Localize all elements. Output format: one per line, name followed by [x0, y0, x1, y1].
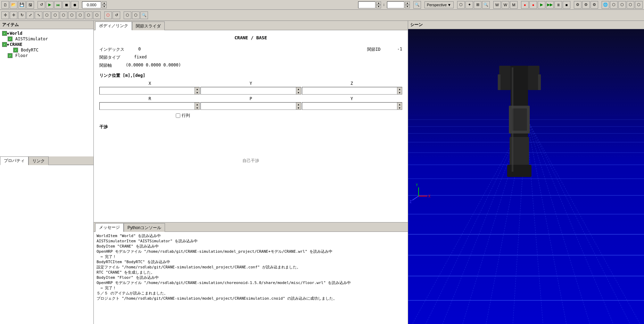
joint-slider-tab[interactable]: 関節スライダ — [132, 22, 165, 30]
matrix-label: 行列 — [182, 113, 190, 119]
tb-extra-19[interactable]: ⬡ — [618, 1, 626, 9]
tb-extra-5[interactable]: W — [493, 1, 501, 9]
tb-extra-16[interactable]: ⚙ — [591, 1, 598, 9]
t2-9[interactable]: ⬡ — [68, 11, 76, 19]
python-console-tab-button[interactable]: Pythonコンソール — [124, 223, 165, 232]
tb-extra-10[interactable]: ▶ — [538, 1, 545, 9]
save-button[interactable]: 💾 — [18, 1, 26, 9]
zoom-button[interactable]: 🔍 — [413, 1, 421, 9]
link-tab-button[interactable]: リンク — [28, 156, 49, 165]
t2-11[interactable]: ⬡ — [85, 11, 92, 19]
t2-redo[interactable]: ↺ — [113, 11, 120, 19]
record-button[interactable]: ⏺ — [71, 1, 79, 9]
tree-check-world[interactable]: ✓ — [2, 31, 7, 36]
pos-x-input[interactable]: 0.0000 — [100, 87, 195, 94]
perspective-button[interactable]: Perspective ▼ — [424, 1, 454, 8]
tree-item-crane[interactable]: ✓ ▼ CRANE — [1, 42, 92, 47]
rot-r-up[interactable]: ▲ — [195, 103, 199, 106]
rot-y-up[interactable]: ▲ — [397, 103, 402, 106]
props-tab-button[interactable]: プロパティ — [0, 156, 28, 165]
message-tab-button[interactable]: メッセージ — [95, 223, 124, 232]
tree-check-bodytc[interactable]: ✓ — [13, 48, 18, 52]
tb-extra-9[interactable]: ● — [529, 1, 537, 9]
rot-r-down[interactable]: ▼ — [195, 106, 199, 110]
tb-extra-18[interactable]: ⬡ — [610, 1, 618, 9]
saveas-button[interactable]: 🖫 — [26, 1, 34, 9]
item-panel-label: アイテム — [2, 22, 19, 27]
rot-r-input[interactable]: 0.0 — [100, 103, 195, 110]
tb-extra-13[interactable]: ■ — [563, 1, 570, 9]
coord-x-up[interactable]: ▲ — [376, 1, 381, 5]
tb-extra-12[interactable]: ⏸ — [554, 1, 562, 9]
pos-z-input[interactable]: 0.0000 — [302, 87, 397, 94]
coord-y-down[interactable]: ▼ — [405, 5, 410, 8]
tb-extra-17[interactable]: 🌐 — [602, 1, 609, 9]
tb-extra-21[interactable]: ⬡ — [635, 1, 643, 9]
step-play-button[interactable]: ⏭ — [54, 1, 62, 9]
rotate-tool-button[interactable]: ↻ — [18, 11, 26, 19]
tb-extra-15[interactable]: ⚙ — [582, 1, 590, 9]
col-r-header: R — [99, 96, 200, 102]
pos-y-down[interactable]: ▼ — [296, 91, 301, 94]
pos-y-up[interactable]: ▲ — [296, 87, 301, 91]
tb-extra-20[interactable]: ⬡ — [627, 1, 634, 9]
tb-extra-3[interactable]: ⊞ — [474, 1, 481, 9]
time-input[interactable]: 0.000 — [82, 1, 101, 8]
item-tree-area[interactable]: ✓ ▼ World ✓ AISTSimulator ✓ ▼ CRANE — [0, 29, 93, 156]
tb-extra-14[interactable]: ⚙ — [574, 1, 581, 9]
t2-8[interactable]: ⬡ — [60, 11, 67, 19]
rot-p-down[interactable]: ▼ — [296, 106, 301, 110]
t2-5[interactable]: ⤡ — [35, 11, 42, 19]
tree-check-crane[interactable]: ✓ — [2, 42, 7, 47]
tb-extra-2[interactable]: ✦ — [465, 1, 473, 9]
tree-item-world[interactable]: ✓ ▼ World — [1, 31, 92, 36]
tb-extra-8[interactable]: ● — [521, 1, 529, 9]
coord-y-up[interactable]: ▲ — [405, 1, 410, 5]
scale-tool-button[interactable]: ⤢ — [26, 11, 34, 19]
tree-item-floor[interactable]: ✓ Floor — [7, 53, 92, 58]
tb-extra-11[interactable]: ▶▶ — [546, 1, 554, 9]
pos-z-up[interactable]: ▲ — [397, 87, 402, 91]
t2-7[interactable]: ⬡ — [51, 11, 59, 19]
t2-14[interactable]: ⬡ — [124, 11, 131, 19]
time-down-button[interactable]: ▼ — [102, 5, 107, 8]
t2-6[interactable]: ⬡ — [43, 11, 51, 19]
t2-15[interactable]: ⬡ — [132, 11, 140, 19]
play-button[interactable]: ▶ — [46, 1, 53, 9]
tree-check-aist[interactable]: ✓ — [8, 37, 13, 41]
t2-10[interactable]: ⬡ — [76, 11, 84, 19]
tree-item-aist[interactable]: ✓ AISTSimulator — [7, 36, 92, 42]
tb-extra-4[interactable]: 🔍 — [482, 1, 490, 9]
new-button[interactable]: 🗋 — [1, 1, 9, 9]
tb-extra-7[interactable]: M — [510, 1, 518, 9]
tree-item-bodytc[interactable]: ✓ BodyRTC — [13, 47, 92, 53]
select-tool-button[interactable]: ✢ — [1, 11, 9, 19]
t2-undo[interactable]: ⬡ — [104, 11, 112, 19]
pos-x-up[interactable]: ▲ — [195, 87, 199, 91]
tb-extra-1[interactable]: ⬡ — [457, 1, 465, 9]
reload-button[interactable]: ↺ — [38, 1, 45, 9]
rot-p-up[interactable]: ▲ — [296, 103, 301, 106]
rot-p-input[interactable]: 0.0 — [201, 103, 296, 110]
message-line: RTC "CRANE" を生成しました。 — [97, 270, 405, 275]
open-button[interactable]: 📂 — [10, 1, 17, 9]
time-up-button[interactable]: ▲ — [102, 1, 107, 5]
stop-button[interactable]: ⏹ — [63, 1, 70, 9]
tb-extra-6[interactable]: W — [502, 1, 509, 9]
scene-view[interactable]: X Y Z — [408, 29, 644, 324]
coord-y-input[interactable]: 30.00 — [387, 1, 404, 8]
move-tool-button[interactable]: ✛ — [10, 11, 17, 19]
rot-y-input[interactable]: 0.0 — [302, 103, 397, 110]
t2-16[interactable]: 🔍 — [140, 11, 148, 19]
pos-x-down[interactable]: ▼ — [195, 91, 199, 94]
y-input-group: 0.0 ▲ ▼ — [302, 102, 402, 110]
coord-x-input[interactable]: 0.00 — [358, 1, 375, 8]
tree-check-floor[interactable]: ✓ — [8, 53, 13, 58]
body-link-tab[interactable]: ボディ／リンク — [95, 22, 132, 30]
t2-12[interactable]: ⬡ — [93, 11, 101, 19]
pos-y-input[interactable]: 0.0000 — [201, 87, 296, 94]
rot-y-down[interactable]: ▼ — [397, 106, 402, 110]
matrix-checkbox[interactable] — [176, 113, 180, 118]
pos-z-down[interactable]: ▼ — [397, 91, 402, 94]
coord-x-down[interactable]: ▼ — [376, 5, 381, 8]
